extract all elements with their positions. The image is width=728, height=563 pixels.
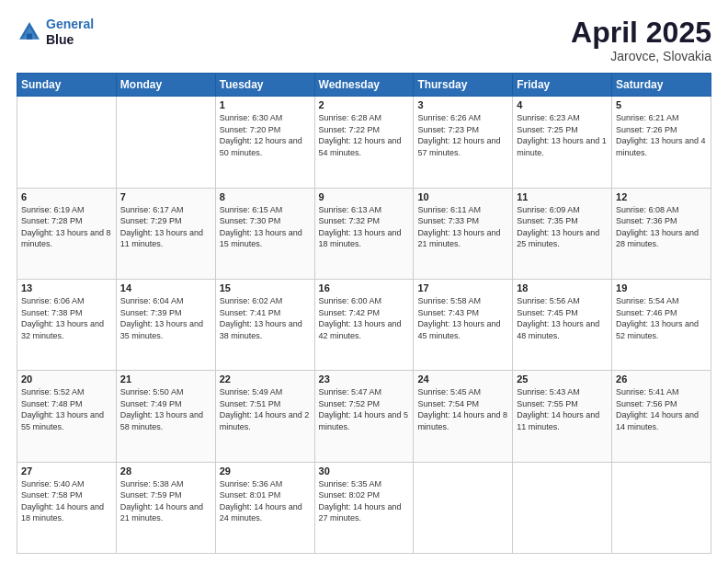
calendar-cell: 16Sunrise: 6:00 AMSunset: 7:42 PMDayligh… (314, 279, 414, 370)
calendar-cell: 2Sunrise: 6:28 AMSunset: 7:22 PMDaylight… (314, 97, 414, 188)
day-info: Sunrise: 5:43 AMSunset: 7:55 PMDaylight:… (517, 386, 608, 432)
day-number: 3 (417, 99, 508, 110)
calendar-cell: 5Sunrise: 6:21 AMSunset: 7:26 PMDaylight… (612, 97, 711, 188)
day-info: Sunrise: 5:50 AMSunset: 7:49 PMDaylight:… (120, 386, 211, 432)
calendar-cell (414, 462, 513, 553)
header: General Blue April 2025 Jarovce, Slovaki… (17, 17, 711, 63)
col-header-sunday: Sunday (17, 74, 117, 97)
day-info: Sunrise: 6:06 AMSunset: 7:38 PMDaylight:… (21, 295, 112, 341)
day-number: 23 (319, 373, 410, 385)
day-number: 20 (21, 373, 112, 385)
col-header-thursday: Thursday (414, 74, 513, 97)
day-number: 18 (517, 282, 608, 293)
day-info: Sunrise: 6:13 AMSunset: 7:32 PMDaylight:… (319, 204, 410, 250)
day-info: Sunrise: 5:49 AMSunset: 7:51 PMDaylight:… (220, 386, 311, 432)
day-number: 30 (319, 465, 410, 477)
location: Jarovce, Slovakia (571, 49, 711, 63)
day-info: Sunrise: 5:58 AMSunset: 7:43 PMDaylight:… (417, 295, 508, 341)
day-info: Sunrise: 6:00 AMSunset: 7:42 PMDaylight:… (319, 295, 410, 341)
day-info: Sunrise: 5:45 AMSunset: 7:54 PMDaylight:… (417, 386, 508, 432)
day-info: Sunrise: 6:08 AMSunset: 7:36 PMDaylight:… (616, 204, 707, 250)
day-number: 28 (120, 465, 211, 477)
calendar-cell: 8Sunrise: 6:15 AMSunset: 7:30 PMDaylight… (215, 188, 314, 279)
day-number: 8 (220, 191, 311, 202)
calendar-cell: 23Sunrise: 5:47 AMSunset: 7:52 PMDayligh… (314, 371, 414, 462)
day-info: Sunrise: 5:38 AMSunset: 7:59 PMDaylight:… (120, 478, 211, 524)
day-info: Sunrise: 6:30 AMSunset: 7:20 PMDaylight:… (220, 112, 311, 158)
day-number: 19 (616, 282, 707, 293)
calendar-cell: 18Sunrise: 5:56 AMSunset: 7:45 PMDayligh… (513, 279, 612, 370)
day-number: 21 (120, 373, 211, 385)
day-number: 27 (21, 465, 112, 477)
calendar-cell: 24Sunrise: 5:45 AMSunset: 7:54 PMDayligh… (414, 371, 513, 462)
day-number: 26 (616, 373, 707, 385)
calendar-cell: 13Sunrise: 6:06 AMSunset: 7:38 PMDayligh… (17, 279, 117, 370)
calendar-cell: 12Sunrise: 6:08 AMSunset: 7:36 PMDayligh… (612, 188, 711, 279)
day-info: Sunrise: 5:35 AMSunset: 8:02 PMDaylight:… (319, 478, 410, 524)
calendar-cell: 27Sunrise: 5:40 AMSunset: 7:58 PMDayligh… (17, 462, 117, 553)
logo-text: General Blue (46, 17, 94, 48)
day-number: 6 (21, 191, 112, 202)
calendar-cell (116, 97, 215, 188)
calendar-header-row: SundayMondayTuesdayWednesdayThursdayFrid… (17, 74, 711, 97)
day-number: 22 (220, 373, 311, 385)
logo: General Blue (17, 17, 94, 48)
calendar-cell: 22Sunrise: 5:49 AMSunset: 7:51 PMDayligh… (215, 371, 314, 462)
day-info: Sunrise: 6:23 AMSunset: 7:25 PMDaylight:… (517, 112, 608, 158)
col-header-tuesday: Tuesday (215, 74, 314, 97)
day-info: Sunrise: 6:11 AMSunset: 7:33 PMDaylight:… (417, 204, 508, 250)
calendar-cell: 4Sunrise: 6:23 AMSunset: 7:25 PMDaylight… (513, 97, 612, 188)
logo-line2: Blue (46, 32, 94, 48)
day-number: 1 (220, 99, 311, 110)
svg-rect-2 (27, 33, 32, 39)
day-info: Sunrise: 5:40 AMSunset: 7:58 PMDaylight:… (21, 478, 112, 524)
day-number: 4 (517, 99, 608, 110)
title-block: April 2025 Jarovce, Slovakia (571, 17, 711, 63)
calendar-cell (17, 97, 117, 188)
day-info: Sunrise: 6:21 AMSunset: 7:26 PMDaylight:… (616, 112, 707, 158)
calendar-table: SundayMondayTuesdayWednesdayThursdayFrid… (17, 73, 711, 554)
calendar-week-4: 27Sunrise: 5:40 AMSunset: 7:58 PMDayligh… (17, 462, 711, 553)
col-header-friday: Friday (513, 74, 612, 97)
calendar-week-3: 20Sunrise: 5:52 AMSunset: 7:48 PMDayligh… (17, 371, 711, 462)
month-title: April 2025 (571, 17, 711, 49)
calendar-week-1: 6Sunrise: 6:19 AMSunset: 7:28 PMDaylight… (17, 188, 711, 279)
calendar-week-0: 1Sunrise: 6:30 AMSunset: 7:20 PMDaylight… (17, 97, 711, 188)
day-number: 14 (120, 282, 211, 293)
col-header-wednesday: Wednesday (314, 74, 414, 97)
calendar-cell: 19Sunrise: 5:54 AMSunset: 7:46 PMDayligh… (612, 279, 711, 370)
day-number: 9 (319, 191, 410, 202)
day-number: 17 (417, 282, 508, 293)
logo-line1: General (46, 17, 94, 31)
calendar-cell: 25Sunrise: 5:43 AMSunset: 7:55 PMDayligh… (513, 371, 612, 462)
day-info: Sunrise: 5:56 AMSunset: 7:45 PMDaylight:… (517, 295, 608, 341)
day-info: Sunrise: 5:41 AMSunset: 7:56 PMDaylight:… (616, 386, 707, 432)
calendar-week-2: 13Sunrise: 6:06 AMSunset: 7:38 PMDayligh… (17, 279, 711, 370)
calendar-cell: 30Sunrise: 5:35 AMSunset: 8:02 PMDayligh… (314, 462, 414, 553)
calendar-cell: 28Sunrise: 5:38 AMSunset: 7:59 PMDayligh… (116, 462, 215, 553)
day-info: Sunrise: 6:04 AMSunset: 7:39 PMDaylight:… (120, 295, 211, 341)
calendar-cell: 15Sunrise: 6:02 AMSunset: 7:41 PMDayligh… (215, 279, 314, 370)
calendar-cell: 17Sunrise: 5:58 AMSunset: 7:43 PMDayligh… (414, 279, 513, 370)
day-info: Sunrise: 5:52 AMSunset: 7:48 PMDaylight:… (21, 386, 112, 432)
day-info: Sunrise: 6:15 AMSunset: 7:30 PMDaylight:… (220, 204, 311, 250)
page: General Blue April 2025 Jarovce, Slovaki… (0, 0, 728, 563)
day-number: 10 (417, 191, 508, 202)
day-info: Sunrise: 5:47 AMSunset: 7:52 PMDaylight:… (319, 386, 410, 432)
calendar-cell: 14Sunrise: 6:04 AMSunset: 7:39 PMDayligh… (116, 279, 215, 370)
calendar-cell: 26Sunrise: 5:41 AMSunset: 7:56 PMDayligh… (612, 371, 711, 462)
calendar-cell: 21Sunrise: 5:50 AMSunset: 7:49 PMDayligh… (116, 371, 215, 462)
day-number: 2 (319, 99, 410, 110)
col-header-saturday: Saturday (612, 74, 711, 97)
day-info: Sunrise: 5:54 AMSunset: 7:46 PMDaylight:… (616, 295, 707, 341)
day-number: 12 (616, 191, 707, 202)
calendar-cell: 9Sunrise: 6:13 AMSunset: 7:32 PMDaylight… (314, 188, 414, 279)
calendar-cell (612, 462, 711, 553)
day-number: 11 (517, 191, 608, 202)
col-header-monday: Monday (116, 74, 215, 97)
day-number: 5 (616, 99, 707, 110)
calendar-cell: 11Sunrise: 6:09 AMSunset: 7:35 PMDayligh… (513, 188, 612, 279)
calendar-cell: 7Sunrise: 6:17 AMSunset: 7:29 PMDaylight… (116, 188, 215, 279)
day-number: 29 (220, 465, 311, 477)
day-info: Sunrise: 6:17 AMSunset: 7:29 PMDaylight:… (120, 204, 211, 250)
